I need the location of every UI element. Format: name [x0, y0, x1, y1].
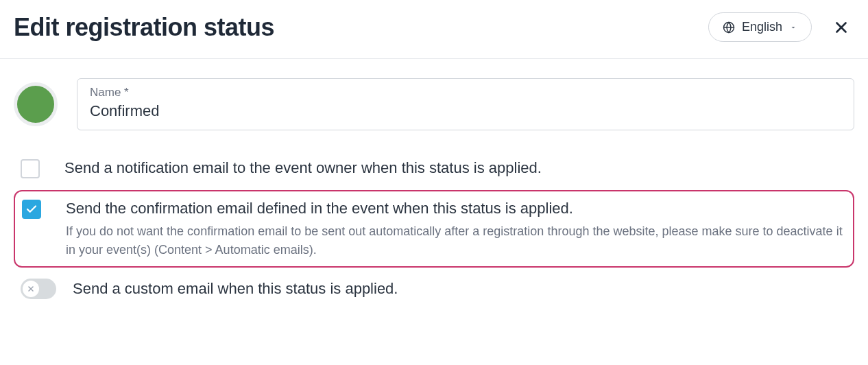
- check-icon: [25, 203, 38, 215]
- option-label: Send a notification email to the event o…: [64, 158, 542, 179]
- option-label: Send the confirmation email defined in t…: [66, 198, 846, 220]
- checkbox-confirmation-email[interactable]: [22, 200, 41, 219]
- page-title: Edit registration status: [14, 13, 274, 42]
- option-notify-owner: Send a notification email to the event o…: [14, 155, 854, 182]
- globe-icon: [723, 21, 735, 34]
- close-icon: [832, 19, 850, 36]
- option-text: Send a notification email to the event o…: [64, 158, 542, 179]
- checkbox-notify-owner[interactable]: [21, 159, 40, 178]
- toggle-custom-email[interactable]: [21, 279, 56, 299]
- option-custom-email: Send a custom email when this status is …: [14, 276, 854, 303]
- option-text: Send a custom email when this status is …: [73, 279, 398, 300]
- language-selector[interactable]: English: [708, 12, 812, 42]
- header-actions: English: [708, 12, 854, 42]
- x-icon: [27, 285, 35, 293]
- caret-down-icon: [789, 23, 797, 32]
- option-description: If you do not want the confirmation emai…: [66, 222, 846, 259]
- language-label: English: [742, 20, 782, 34]
- status-color-swatch[interactable]: [14, 82, 58, 126]
- option-confirmation-email: Send the confirmation email defined in t…: [14, 190, 854, 268]
- name-input[interactable]: [90, 102, 841, 120]
- option-label: Send a custom email when this status is …: [73, 279, 398, 300]
- name-label: Name *: [90, 86, 841, 99]
- options-list: Send a notification email to the event o…: [14, 155, 854, 302]
- option-text: Send the confirmation email defined in t…: [66, 198, 846, 259]
- dialog-content: Name * Send a notification email to the …: [0, 59, 868, 316]
- dialog-header: Edit registration status English: [0, 0, 868, 59]
- toggle-knob: [23, 281, 39, 297]
- close-button[interactable]: [828, 14, 854, 40]
- name-field-container: Name *: [77, 78, 854, 130]
- name-row: Name *: [14, 78, 854, 130]
